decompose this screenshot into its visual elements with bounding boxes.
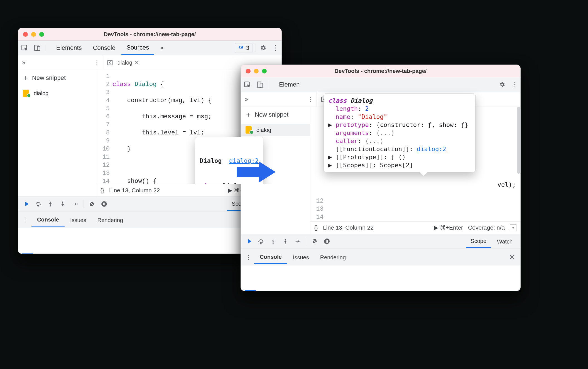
- tab-console[interactable]: Console: [88, 41, 121, 55]
- inspect-icon[interactable]: [241, 79, 254, 90]
- snippet-file-icon: [245, 126, 253, 134]
- snippet-item-dialog[interactable]: dialog: [18, 87, 96, 99]
- svg-point-6: [50, 205, 51, 206]
- deactivate-breakpoints-icon[interactable]: [86, 199, 97, 209]
- more-menu-icon[interactable]: ⋮: [508, 79, 520, 90]
- step-icon[interactable]: [69, 199, 80, 209]
- plus-icon: ＋: [245, 110, 252, 119]
- issues-icon: [238, 45, 244, 51]
- issues-badge[interactable]: 3: [235, 43, 253, 53]
- drawer-tab-console[interactable]: Console: [31, 213, 65, 227]
- more-menu-icon[interactable]: ⋮: [269, 42, 281, 53]
- svg-rect-14: [260, 83, 263, 87]
- file-tab-dialog[interactable]: dialog ✕: [117, 59, 139, 66]
- settings-icon[interactable]: [496, 80, 508, 90]
- coverage-dropdown-icon[interactable]: ▾: [510, 224, 516, 231]
- deactivate-breakpoints-icon[interactable]: [309, 236, 320, 246]
- debugger-toolbar: Scope Watch: [241, 234, 520, 249]
- svg-rect-21: [326, 240, 327, 243]
- new-snippet-button[interactable]: ＋ New snippet: [241, 107, 310, 122]
- svg-rect-11: [104, 203, 105, 205]
- expand-arrow-icon[interactable]: ▶: [328, 162, 332, 169]
- drawer-tab-rendering[interactable]: Rendering: [92, 214, 129, 226]
- traffic-minimize[interactable]: [31, 32, 36, 37]
- svg-rect-4: [108, 60, 112, 65]
- svg-rect-22: [327, 240, 328, 243]
- editor-statusbar: {} Line 13, Column 22 ▶ ⌘+Enter Coverage…: [310, 221, 520, 234]
- run-shortcut[interactable]: ▶ ⌘+Enter: [434, 224, 463, 231]
- getter-link[interactable]: (...): [365, 137, 383, 144]
- tab-overflow[interactable]: »: [155, 41, 168, 55]
- tooltip-link[interactable]: dialog:2: [417, 146, 446, 152]
- step-out-icon[interactable]: [280, 236, 291, 246]
- tab-elements-truncated[interactable]: Elemen: [274, 77, 305, 92]
- svg-point-7: [62, 201, 63, 203]
- svg-point-8: [77, 203, 78, 205]
- line-gutter: 1 2 3 4 5 6 7 8 9 10 11 12 13 14: [96, 70, 112, 184]
- drawer-menu-icon[interactable]: ⋮: [20, 215, 31, 225]
- format-braces-icon[interactable]: {}: [100, 187, 104, 194]
- tab-elements[interactable]: Elements: [51, 41, 87, 55]
- drawer: ⋮ Console Issues Rendering ✕: [241, 249, 520, 265]
- expand-arrow-icon[interactable]: ▶: [328, 154, 332, 161]
- drawer-menu-icon[interactable]: ⋮: [243, 252, 254, 262]
- devtools-window-right: DevTools - chrome://new-tab-page/ Elemen…: [241, 65, 521, 291]
- titlebar: DevTools - chrome://new-tab-page/: [18, 28, 281, 41]
- tab-watch[interactable]: Watch: [493, 235, 517, 248]
- window-title: DevTools - chrome://new-tab-page/: [241, 68, 520, 74]
- svg-point-17: [273, 242, 274, 244]
- issues-count: 3: [246, 45, 249, 51]
- main-tabstrip: Elements Console Sources » 3 ⋮: [18, 41, 281, 55]
- step-out-icon[interactable]: [57, 199, 68, 209]
- nav-back-icon[interactable]: [106, 60, 114, 66]
- traffic-zoom[interactable]: [39, 32, 44, 37]
- close-icon[interactable]: ✕: [134, 59, 139, 66]
- step-over-icon[interactable]: [33, 199, 44, 209]
- getter-link[interactable]: (...): [376, 129, 395, 136]
- traffic-close[interactable]: [23, 32, 28, 37]
- svg-rect-2: [37, 46, 40, 51]
- pause-exceptions-icon[interactable]: [99, 199, 110, 209]
- tab-scope[interactable]: Scope: [466, 235, 491, 248]
- settings-icon[interactable]: [257, 43, 269, 53]
- device-toggle-icon[interactable]: [254, 79, 266, 90]
- navigator-menu-icon[interactable]: ⋮: [94, 59, 100, 66]
- navigator-overflow-icon[interactable]: »: [22, 59, 25, 66]
- step-over-icon[interactable]: [255, 236, 266, 246]
- expand-arrow-icon[interactable]: ▶: [328, 121, 332, 128]
- step-into-icon[interactable]: [268, 236, 279, 246]
- window-title: DevTools - chrome://new-tab-page/: [18, 31, 281, 38]
- traffic-close[interactable]: [246, 69, 251, 73]
- drawer-close-icon[interactable]: ✕: [509, 253, 515, 262]
- format-braces-icon[interactable]: {}: [314, 224, 318, 231]
- drawer-tab-issues[interactable]: Issues: [287, 251, 315, 264]
- cursor-position: Line 13, Column 22: [323, 224, 374, 231]
- resume-icon[interactable]: [243, 236, 254, 246]
- cursor-position: Line 13, Column 22: [109, 187, 160, 194]
- scrollbar[interactable]: [517, 107, 520, 221]
- navigator-header: » ⋮: [18, 55, 103, 70]
- new-snippet-button[interactable]: ＋ New snippet: [18, 70, 96, 85]
- drawer-tab-rendering[interactable]: Rendering: [315, 251, 351, 264]
- svg-rect-3: [239, 46, 243, 48]
- navigator-overflow-icon[interactable]: »: [245, 96, 248, 103]
- resume-icon[interactable]: [20, 199, 31, 209]
- tab-sources[interactable]: Sources: [121, 41, 154, 55]
- traffic-zoom[interactable]: [262, 69, 267, 73]
- inspect-icon[interactable]: [18, 43, 31, 53]
- navigator-menu-icon[interactable]: ⋮: [308, 96, 314, 103]
- file-tab-name: dialog: [117, 60, 132, 66]
- step-into-icon[interactable]: [45, 199, 56, 209]
- svg-point-9: [101, 201, 107, 207]
- svg-rect-10: [103, 203, 104, 205]
- traffic-minimize[interactable]: [254, 69, 259, 73]
- drawer-tab-console[interactable]: Console: [254, 250, 287, 264]
- line-gutter: 12 13 14: [310, 195, 326, 221]
- coverage-label: Coverage: n/a: [468, 224, 505, 231]
- svg-point-20: [324, 238, 330, 244]
- device-toggle-icon[interactable]: [31, 43, 44, 53]
- snippet-item-dialog[interactable]: dialog: [241, 124, 310, 136]
- drawer-tab-issues[interactable]: Issues: [65, 214, 92, 226]
- pause-exceptions-icon[interactable]: [321, 236, 332, 246]
- step-icon[interactable]: [292, 236, 303, 246]
